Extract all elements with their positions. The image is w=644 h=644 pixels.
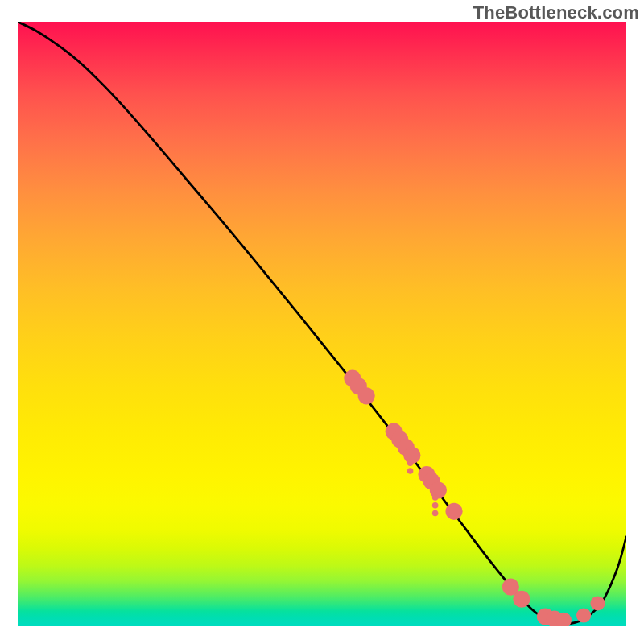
point-drip-a-3 bbox=[432, 510, 439, 517]
point-drip-a-1 bbox=[432, 494, 439, 501]
point-cluster-a-3 bbox=[358, 387, 375, 404]
point-drip-b-1 bbox=[407, 460, 414, 466]
curve-layer bbox=[18, 22, 626, 624]
point-drip-a-2 bbox=[432, 502, 439, 509]
chart-frame: TheBottleneck.com bbox=[0, 0, 644, 644]
plot-area bbox=[18, 22, 626, 626]
point-cluster-c-3 bbox=[430, 481, 447, 498]
point-valley-2 bbox=[513, 591, 530, 608]
chart-svg bbox=[18, 22, 626, 626]
watermark-text: TheBottleneck.com bbox=[473, 2, 639, 23]
point-drip-b-2 bbox=[407, 468, 414, 474]
point-mid-1 bbox=[445, 503, 462, 520]
bottleneck-curve bbox=[18, 22, 626, 624]
point-upslope-1 bbox=[576, 608, 591, 622]
points-layer bbox=[344, 370, 605, 626]
point-upslope-2 bbox=[590, 596, 605, 610]
